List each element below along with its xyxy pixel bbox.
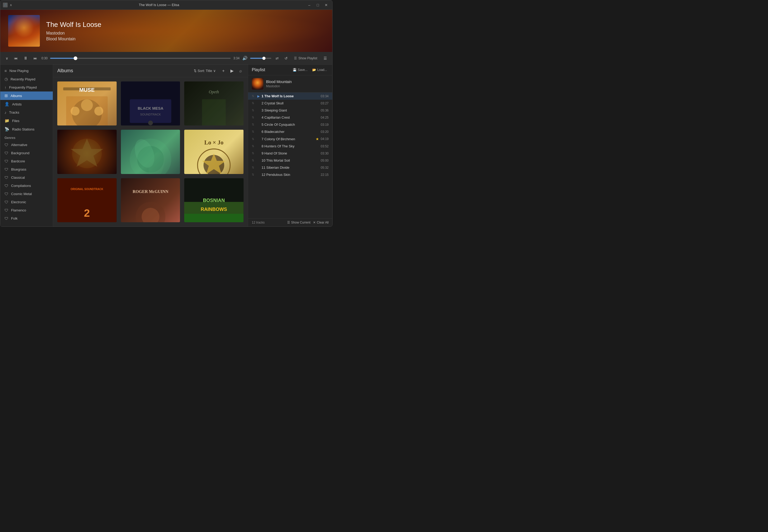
playlist-footer-buttons: ☰ Show Current ✕ Clear All: [287, 221, 329, 224]
drag-handle-12[interactable]: ⇅: [252, 173, 254, 176]
sidebar-label-radio: Radio Stations: [12, 127, 35, 131]
track-item-10[interactable]: ⇅ 10 This Mortal Soil 05:00: [248, 157, 332, 164]
track-name-12: 12 Pendulous Skin: [262, 173, 321, 177]
playlist-album-art: [252, 78, 263, 90]
add-button[interactable]: +: [221, 67, 226, 74]
volume-icon[interactable]: 🔊: [242, 56, 248, 61]
sort-button[interactable]: ⇅ Sort: Title ∨: [191, 68, 218, 74]
album-card-roger[interactable]: ROGER McGUINN ▶ + Roger McGuinn: [121, 178, 180, 222]
clear-all-icon: ✕: [313, 221, 316, 224]
playlist-list-icon: ☰: [294, 56, 297, 60]
repeat-button[interactable]: ↺: [283, 55, 289, 61]
track-item-7[interactable]: ⇅ 7 Colony Of Birchmen ★ 04:19: [248, 135, 332, 143]
track-item-4[interactable]: ⇅ 4 Capillarian Crest 04:25: [248, 114, 332, 121]
album-card-muse[interactable]: MUSE ▶ + Black Holes & Rev... Mu: [57, 81, 117, 125]
load-playlist-button[interactable]: 📂 Load...: [311, 67, 329, 72]
sidebar-genre-classical[interactable]: 🛡 Classical: [0, 173, 53, 182]
track-name-10: 10 This Mortal Soil: [262, 158, 321, 162]
progress-bar-fill: [50, 58, 75, 59]
recently-played-icon: ◷: [4, 77, 8, 81]
track-item-12[interactable]: ⇅ 12 Pendulous Skin 22:15: [248, 171, 332, 178]
drag-handle-4[interactable]: ⇅: [252, 116, 254, 119]
pause-button[interactable]: ⏸: [22, 55, 29, 62]
now-playing-info: The Wolf Is Loose Mastodon Blood Mountai…: [46, 21, 101, 41]
genre-label-electronic: Electronic: [11, 200, 26, 204]
sidebar-item-files[interactable]: 📁 Files: [0, 117, 53, 125]
sidebar-item-artists[interactable]: 👤 Artists: [0, 100, 53, 108]
sidebar-genre-folk[interactable]: 🛡 Folk: [0, 214, 53, 223]
volume-handle[interactable]: [262, 57, 266, 60]
next-button[interactable]: ⏭: [32, 55, 39, 61]
track-item-1[interactable]: ⇅ ▶ 1 The Wolf Is Loose 03:34: [248, 93, 332, 100]
track-duration-1: 03:34: [321, 94, 329, 98]
track-item-3[interactable]: ⇅ 3 Sleeping Giant 05:36: [248, 107, 332, 114]
sidebar-genre-bluegrass[interactable]: 🛡 Bluegrass: [0, 165, 53, 173]
playlist-header-buttons: 💾 Save... 📂 Load...: [291, 67, 329, 72]
sidebar-genre-compilations[interactable]: 🛡 Compilations: [0, 182, 53, 190]
volume-bar[interactable]: [250, 58, 271, 59]
genre-label-classical: Classical: [11, 176, 25, 180]
sidebar-genre-bardcore[interactable]: 🛡 Bardcore: [0, 157, 53, 165]
drag-handle-1[interactable]: ⇅: [252, 94, 254, 98]
show-current-button[interactable]: ☰ Show Current: [287, 221, 310, 224]
clear-all-label: Clear All: [317, 221, 329, 224]
album-card-mastodon[interactable]: ▶ + 👆 Blood Mountain Mastodon: [57, 130, 117, 174]
prev-button[interactable]: ⏮: [12, 55, 19, 61]
album-art-roger: ROGER McGUINN ▶ +: [121, 178, 180, 222]
clear-all-button[interactable]: ✕ Clear All: [313, 221, 329, 224]
progress-bar[interactable]: [50, 58, 231, 59]
drag-handle-8[interactable]: ⇅: [252, 144, 254, 148]
track-item-8[interactable]: ⇅ 8 Hunters Of The Sky 03:52: [248, 143, 332, 150]
track-item-2[interactable]: ⇅ 2 Crystal Skull 03:27: [248, 100, 332, 107]
sidebar-item-tracks[interactable]: ♪ Tracks: [0, 108, 53, 117]
sidebar-genre-electronic[interactable]: 🛡 Electronic: [0, 198, 53, 206]
sidebar-item-recently-played[interactable]: ◷ Recently Played: [0, 75, 53, 83]
show-playlist-button[interactable]: ☰ Show Playlist: [292, 55, 319, 61]
sidebar-genre-background[interactable]: 🛡 Background: [0, 149, 53, 157]
playlist-album-artist: Mastodon: [266, 84, 292, 88]
album-card-baroness[interactable]: ▶ + Blue Record Baroness: [121, 130, 180, 174]
sidebar-label-frequently-played: Frequently Played: [9, 85, 37, 89]
sidebar-item-frequently-played[interactable]: ↑ Frequently Played: [0, 83, 53, 91]
search-button[interactable]: ⌕: [238, 67, 244, 74]
album-card-blackmesa[interactable]: BLACK MESA SOUNDTRACK ▶ + Black Mesa Sou…: [121, 81, 180, 125]
play-all-button[interactable]: ▶: [229, 67, 235, 74]
drag-handle-7[interactable]: ⇅: [252, 137, 254, 141]
album-card-borderlands[interactable]: ORIGINAL SOUNDTRACK 2 BORDERLANDS ▶ + Bo…: [57, 178, 117, 222]
track-item-5[interactable]: ⇅ 5 Circle Of Cysquatch 03:19: [248, 121, 332, 128]
sidebar-genre-alternative[interactable]: 🛡 Alternative: [0, 141, 53, 149]
sidebar-genre-cosmic-metal[interactable]: 🛡 Cosmic Metal: [0, 190, 53, 198]
drag-handle-11[interactable]: ⇅: [252, 166, 254, 169]
sidebar-item-albums[interactable]: ⊞ Albums: [0, 91, 53, 100]
maximize-button[interactable]: □: [314, 2, 321, 8]
drag-handle-9[interactable]: ⇅: [252, 152, 254, 155]
drag-handle-2[interactable]: ⇅: [252, 101, 254, 105]
drag-handle-6[interactable]: ⇅: [252, 130, 254, 133]
sidebar-genre-flamenco[interactable]: 🛡 Flamenco: [0, 206, 53, 214]
sidebar-item-radio-stations[interactable]: 📡 Radio Stations: [0, 125, 53, 133]
menu-button[interactable]: ☰: [322, 55, 329, 61]
sidebar-item-now-playing[interactable]: ≡ Now Playing: [0, 67, 53, 75]
collapse-button[interactable]: ∨: [4, 55, 10, 61]
track-item-11[interactable]: ⇅ 11 Siberian Divide 05:32: [248, 164, 332, 171]
save-playlist-button[interactable]: 💾 Save...: [291, 67, 309, 72]
album-card-rainbows[interactable]: BOSNIAN RAINBOWS ▶ + Bosnian Rainbows: [184, 178, 244, 222]
minimize-button[interactable]: –: [306, 2, 313, 8]
track-item-9[interactable]: ⇅ 9 Hand Of Stone 03:30: [248, 150, 332, 157]
shuffle-button[interactable]: ⇄: [274, 55, 280, 61]
playlist-album-info: Blood Mountain Mastodon: [248, 75, 332, 93]
progress-handle[interactable]: [74, 56, 77, 60]
close-button[interactable]: ✕: [323, 2, 330, 8]
current-time: 0:30: [41, 56, 47, 60]
track-item-6[interactable]: ⇅ 6 Bladecatcher 03:20: [248, 128, 332, 135]
album-card-opeth[interactable]: Opeth ▶ + Blackwater Park Opeth: [184, 81, 244, 125]
drag-handle-10[interactable]: ⇅: [252, 159, 254, 162]
title-bar-collapse[interactable]: ∧: [10, 3, 12, 7]
window-title: The Wolf Is Loose — Elisa: [139, 3, 179, 7]
track-duration-10: 05:00: [321, 159, 329, 162]
drag-handle-5[interactable]: ⇅: [252, 123, 254, 126]
album-art-lojo: Lo × Jo ▶ +: [184, 130, 244, 174]
drag-handle-3[interactable]: ⇅: [252, 109, 254, 112]
album-card-lojo[interactable]: Lo × Jo ▶ + Bohême De Cristal Lo'Jo: [184, 130, 244, 174]
playlist-footer: 12 tracks ☰ Show Current ✕ Clear All: [248, 218, 332, 226]
